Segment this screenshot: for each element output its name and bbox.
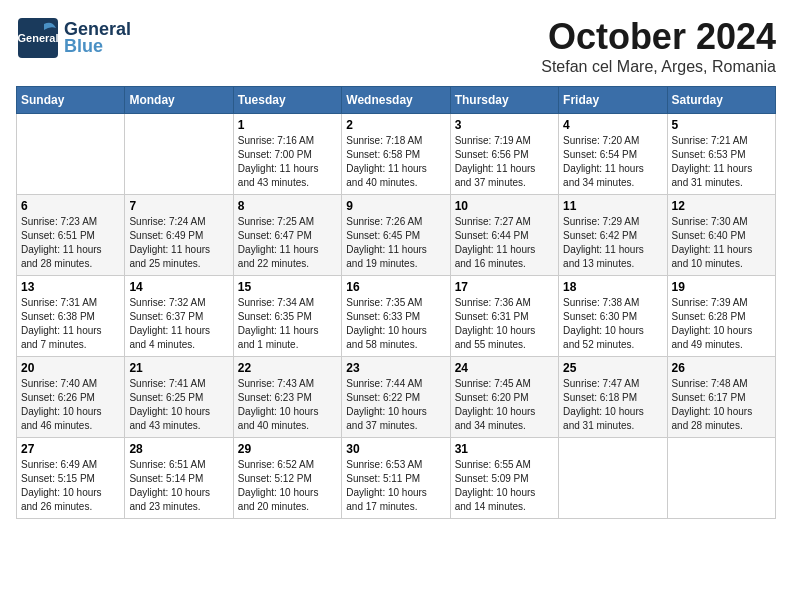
month-title: October 2024 [541,16,776,58]
calendar-cell: 2Sunrise: 7:18 AM Sunset: 6:58 PM Daylig… [342,114,450,195]
day-number: 30 [346,442,445,456]
day-info: Sunrise: 7:34 AM Sunset: 6:35 PM Dayligh… [238,296,337,352]
calendar-cell: 8Sunrise: 7:25 AM Sunset: 6:47 PM Daylig… [233,195,341,276]
day-number: 21 [129,361,228,375]
calendar-week-1: 1Sunrise: 7:16 AM Sunset: 7:00 PM Daylig… [17,114,776,195]
title-area: October 2024 Stefan cel Mare, Arges, Rom… [541,16,776,76]
calendar: SundayMondayTuesdayWednesdayThursdayFrid… [16,86,776,519]
day-info: Sunrise: 7:43 AM Sunset: 6:23 PM Dayligh… [238,377,337,433]
calendar-cell [17,114,125,195]
day-number: 18 [563,280,662,294]
day-info: Sunrise: 6:55 AM Sunset: 5:09 PM Dayligh… [455,458,554,514]
day-info: Sunrise: 7:48 AM Sunset: 6:17 PM Dayligh… [672,377,771,433]
day-number: 19 [672,280,771,294]
calendar-cell: 6Sunrise: 7:23 AM Sunset: 6:51 PM Daylig… [17,195,125,276]
day-number: 29 [238,442,337,456]
day-number: 28 [129,442,228,456]
day-number: 16 [346,280,445,294]
calendar-cell: 11Sunrise: 7:29 AM Sunset: 6:42 PM Dayli… [559,195,667,276]
calendar-cell: 13Sunrise: 7:31 AM Sunset: 6:38 PM Dayli… [17,276,125,357]
day-info: Sunrise: 7:35 AM Sunset: 6:33 PM Dayligh… [346,296,445,352]
day-number: 20 [21,361,120,375]
weekday-header-tuesday: Tuesday [233,87,341,114]
day-number: 3 [455,118,554,132]
header: General General Blue October 2024 Stefan… [16,16,776,76]
calendar-body: 1Sunrise: 7:16 AM Sunset: 7:00 PM Daylig… [17,114,776,519]
day-info: Sunrise: 7:38 AM Sunset: 6:30 PM Dayligh… [563,296,662,352]
day-info: Sunrise: 7:21 AM Sunset: 6:53 PM Dayligh… [672,134,771,190]
day-number: 25 [563,361,662,375]
day-number: 10 [455,199,554,213]
day-info: Sunrise: 6:53 AM Sunset: 5:11 PM Dayligh… [346,458,445,514]
location-title: Stefan cel Mare, Arges, Romania [541,58,776,76]
calendar-cell: 15Sunrise: 7:34 AM Sunset: 6:35 PM Dayli… [233,276,341,357]
calendar-cell: 14Sunrise: 7:32 AM Sunset: 6:37 PM Dayli… [125,276,233,357]
day-number: 11 [563,199,662,213]
day-number: 14 [129,280,228,294]
calendar-cell: 24Sunrise: 7:45 AM Sunset: 6:20 PM Dayli… [450,357,558,438]
calendar-cell: 4Sunrise: 7:20 AM Sunset: 6:54 PM Daylig… [559,114,667,195]
calendar-cell [125,114,233,195]
day-number: 22 [238,361,337,375]
calendar-cell: 23Sunrise: 7:44 AM Sunset: 6:22 PM Dayli… [342,357,450,438]
calendar-cell [559,438,667,519]
logo-icon: General [16,16,60,60]
day-info: Sunrise: 7:39 AM Sunset: 6:28 PM Dayligh… [672,296,771,352]
day-number: 17 [455,280,554,294]
weekday-header-saturday: Saturday [667,87,775,114]
day-info: Sunrise: 7:18 AM Sunset: 6:58 PM Dayligh… [346,134,445,190]
calendar-cell: 7Sunrise: 7:24 AM Sunset: 6:49 PM Daylig… [125,195,233,276]
calendar-header-row: SundayMondayTuesdayWednesdayThursdayFrid… [17,87,776,114]
day-number: 7 [129,199,228,213]
day-info: Sunrise: 7:19 AM Sunset: 6:56 PM Dayligh… [455,134,554,190]
weekday-header-sunday: Sunday [17,87,125,114]
weekday-header-thursday: Thursday [450,87,558,114]
day-info: Sunrise: 7:26 AM Sunset: 6:45 PM Dayligh… [346,215,445,271]
day-number: 12 [672,199,771,213]
weekday-header-monday: Monday [125,87,233,114]
day-info: Sunrise: 7:31 AM Sunset: 6:38 PM Dayligh… [21,296,120,352]
day-number: 6 [21,199,120,213]
day-info: Sunrise: 7:24 AM Sunset: 6:49 PM Dayligh… [129,215,228,271]
day-info: Sunrise: 7:27 AM Sunset: 6:44 PM Dayligh… [455,215,554,271]
calendar-cell: 22Sunrise: 7:43 AM Sunset: 6:23 PM Dayli… [233,357,341,438]
calendar-cell: 31Sunrise: 6:55 AM Sunset: 5:09 PM Dayli… [450,438,558,519]
calendar-cell: 30Sunrise: 6:53 AM Sunset: 5:11 PM Dayli… [342,438,450,519]
calendar-cell: 19Sunrise: 7:39 AM Sunset: 6:28 PM Dayli… [667,276,775,357]
calendar-cell: 18Sunrise: 7:38 AM Sunset: 6:30 PM Dayli… [559,276,667,357]
day-number: 4 [563,118,662,132]
weekday-header-wednesday: Wednesday [342,87,450,114]
logo: General General Blue [16,16,131,60]
calendar-cell: 16Sunrise: 7:35 AM Sunset: 6:33 PM Dayli… [342,276,450,357]
day-info: Sunrise: 7:41 AM Sunset: 6:25 PM Dayligh… [129,377,228,433]
day-number: 2 [346,118,445,132]
calendar-cell: 17Sunrise: 7:36 AM Sunset: 6:31 PM Dayli… [450,276,558,357]
calendar-cell: 25Sunrise: 7:47 AM Sunset: 6:18 PM Dayli… [559,357,667,438]
day-number: 24 [455,361,554,375]
day-info: Sunrise: 7:45 AM Sunset: 6:20 PM Dayligh… [455,377,554,433]
calendar-cell: 27Sunrise: 6:49 AM Sunset: 5:15 PM Dayli… [17,438,125,519]
calendar-cell: 28Sunrise: 6:51 AM Sunset: 5:14 PM Dayli… [125,438,233,519]
day-number: 8 [238,199,337,213]
calendar-cell: 9Sunrise: 7:26 AM Sunset: 6:45 PM Daylig… [342,195,450,276]
calendar-week-4: 20Sunrise: 7:40 AM Sunset: 6:26 PM Dayli… [17,357,776,438]
day-info: Sunrise: 7:36 AM Sunset: 6:31 PM Dayligh… [455,296,554,352]
day-info: Sunrise: 7:40 AM Sunset: 6:26 PM Dayligh… [21,377,120,433]
calendar-week-3: 13Sunrise: 7:31 AM Sunset: 6:38 PM Dayli… [17,276,776,357]
day-number: 5 [672,118,771,132]
day-info: Sunrise: 7:44 AM Sunset: 6:22 PM Dayligh… [346,377,445,433]
day-number: 31 [455,442,554,456]
calendar-cell: 10Sunrise: 7:27 AM Sunset: 6:44 PM Dayli… [450,195,558,276]
calendar-cell: 5Sunrise: 7:21 AM Sunset: 6:53 PM Daylig… [667,114,775,195]
svg-text:General: General [18,32,59,44]
day-number: 23 [346,361,445,375]
day-info: Sunrise: 7:25 AM Sunset: 6:47 PM Dayligh… [238,215,337,271]
calendar-week-2: 6Sunrise: 7:23 AM Sunset: 6:51 PM Daylig… [17,195,776,276]
day-info: Sunrise: 7:16 AM Sunset: 7:00 PM Dayligh… [238,134,337,190]
calendar-cell: 29Sunrise: 6:52 AM Sunset: 5:12 PM Dayli… [233,438,341,519]
day-number: 13 [21,280,120,294]
calendar-cell: 12Sunrise: 7:30 AM Sunset: 6:40 PM Dayli… [667,195,775,276]
day-info: Sunrise: 7:23 AM Sunset: 6:51 PM Dayligh… [21,215,120,271]
day-info: Sunrise: 6:49 AM Sunset: 5:15 PM Dayligh… [21,458,120,514]
calendar-cell: 21Sunrise: 7:41 AM Sunset: 6:25 PM Dayli… [125,357,233,438]
